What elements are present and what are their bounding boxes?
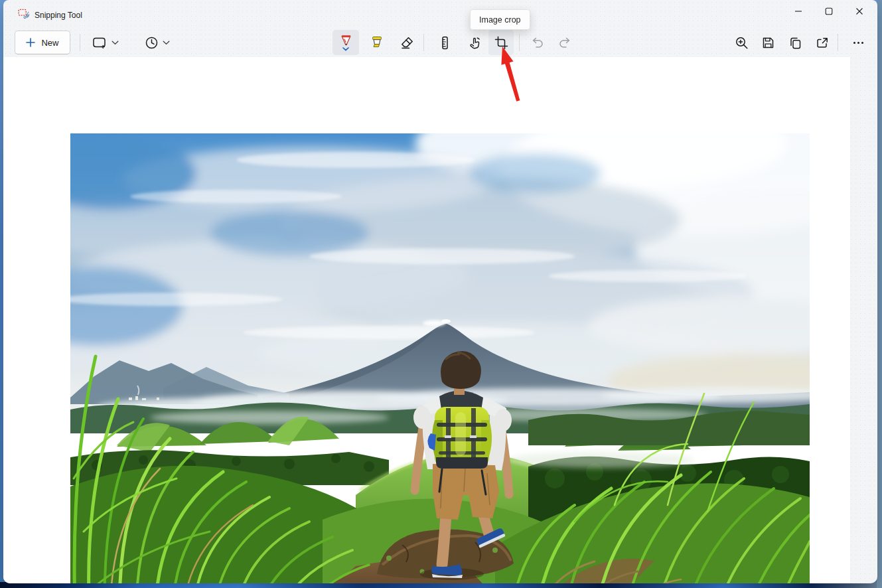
chevron-down-icon bbox=[342, 47, 349, 51]
snip-mode-button[interactable] bbox=[92, 32, 119, 53]
image-crop-tooltip: Image crop bbox=[470, 9, 530, 30]
maximize-button[interactable] bbox=[814, 0, 844, 23]
window-title: Snipping Tool bbox=[35, 11, 82, 20]
magnifier-plus-icon bbox=[735, 36, 749, 50]
minimize-button[interactable] bbox=[783, 0, 814, 23]
separator bbox=[519, 34, 520, 51]
save-button[interactable] bbox=[755, 30, 781, 55]
touch-writing-button[interactable] bbox=[462, 30, 488, 55]
new-snip-label: New bbox=[41, 38, 58, 48]
close-button[interactable] bbox=[844, 0, 875, 23]
ellipsis-icon bbox=[851, 36, 865, 50]
highlighter-icon bbox=[370, 35, 384, 50]
toolbar: New bbox=[3, 28, 877, 57]
crop-icon bbox=[494, 36, 508, 50]
ruler-button[interactable] bbox=[431, 30, 458, 55]
pen-icon bbox=[339, 34, 353, 47]
snipped-image bbox=[70, 133, 810, 583]
ruler-icon bbox=[438, 36, 452, 50]
clock-icon bbox=[145, 36, 159, 50]
highlighter-button[interactable] bbox=[364, 30, 390, 55]
floppy-icon bbox=[761, 36, 775, 50]
desktop-wallpaper-right bbox=[877, 0, 882, 588]
zoom-button[interactable] bbox=[728, 30, 755, 55]
tooltip-text: Image crop bbox=[479, 15, 521, 25]
snip-canvas bbox=[3, 57, 850, 583]
redo-button[interactable] bbox=[551, 30, 578, 55]
eraser-button[interactable] bbox=[394, 30, 420, 55]
new-snip-button[interactable]: New bbox=[15, 31, 70, 54]
snipping-tool-app-icon bbox=[18, 8, 30, 20]
snip-delay-button[interactable] bbox=[145, 32, 170, 53]
undo-button[interactable] bbox=[524, 30, 550, 55]
rectangle-snip-icon bbox=[92, 36, 108, 50]
screen: Snipping Tool New bbox=[0, 0, 882, 588]
chevron-down-icon bbox=[163, 40, 170, 45]
eraser-icon bbox=[400, 36, 414, 50]
redo-icon bbox=[558, 36, 572, 50]
ballpoint-pen-button[interactable] bbox=[332, 30, 359, 55]
plus-icon bbox=[26, 38, 35, 47]
separator bbox=[80, 34, 80, 51]
snipping-tool-window: Snipping Tool New bbox=[3, 0, 877, 583]
copy-button[interactable] bbox=[782, 30, 808, 55]
touch-writing-icon bbox=[469, 36, 482, 50]
titlebar: Snipping Tool bbox=[3, 0, 877, 25]
copy-icon bbox=[788, 36, 802, 50]
share-icon bbox=[815, 36, 829, 50]
undo-icon bbox=[530, 36, 544, 50]
separator bbox=[423, 34, 424, 51]
separator bbox=[838, 34, 838, 51]
chevron-down-icon bbox=[111, 40, 119, 45]
image-crop-button[interactable] bbox=[488, 30, 514, 55]
share-button[interactable] bbox=[808, 30, 835, 55]
see-more-button[interactable] bbox=[845, 30, 871, 55]
